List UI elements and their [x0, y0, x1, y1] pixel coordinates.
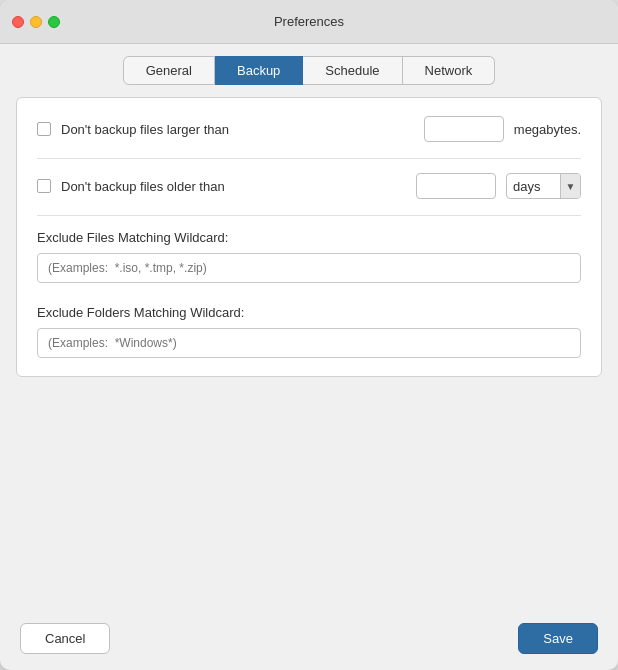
tab-schedule[interactable]: Schedule	[303, 56, 402, 85]
dropdown-arrow-icon: ▼	[560, 174, 580, 198]
content-area: Don't backup files larger than megabytes…	[0, 97, 618, 607]
backup-panel: Don't backup files larger than megabytes…	[16, 97, 602, 377]
spacer-1	[37, 283, 581, 301]
tab-network[interactable]: Network	[403, 56, 496, 85]
max-file-age-row: Don't backup files older than days weeks…	[37, 173, 581, 199]
close-button[interactable]	[12, 16, 24, 28]
exclude-folders-label: Exclude Folders Matching Wildcard:	[37, 305, 581, 320]
divider-1	[37, 158, 581, 159]
divider-2	[37, 215, 581, 216]
maximize-button[interactable]	[48, 16, 60, 28]
exclude-folders-section: Exclude Folders Matching Wildcard:	[37, 305, 581, 358]
window-title: Preferences	[274, 14, 344, 29]
max-file-age-checkbox[interactable]	[37, 179, 51, 193]
save-button[interactable]: Save	[518, 623, 598, 654]
megabytes-label: megabytes.	[514, 122, 581, 137]
exclude-files-section: Exclude Files Matching Wildcard:	[37, 230, 581, 283]
exclude-folders-input[interactable]	[37, 328, 581, 358]
cancel-button[interactable]: Cancel	[20, 623, 110, 654]
max-file-age-input[interactable]	[416, 173, 496, 199]
tab-bar: General Backup Schedule Network	[0, 44, 618, 97]
minimize-button[interactable]	[30, 16, 42, 28]
max-file-size-checkbox[interactable]	[37, 122, 51, 136]
max-file-age-label: Don't backup files older than	[61, 179, 406, 194]
max-file-size-label: Don't backup files larger than	[61, 122, 414, 137]
traffic-lights	[12, 16, 60, 28]
max-file-size-input[interactable]	[424, 116, 504, 142]
exclude-files-label: Exclude Files Matching Wildcard:	[37, 230, 581, 245]
preferences-window: Preferences General Backup Schedule Netw…	[0, 0, 618, 670]
exclude-files-input[interactable]	[37, 253, 581, 283]
tab-backup[interactable]: Backup	[215, 56, 303, 85]
max-file-size-row: Don't backup files larger than megabytes…	[37, 116, 581, 142]
age-unit-dropdown[interactable]: days weeks months	[507, 179, 560, 194]
tab-general[interactable]: General	[123, 56, 215, 85]
footer: Cancel Save	[0, 607, 618, 670]
titlebar: Preferences	[0, 0, 618, 44]
age-unit-dropdown-wrapper: days weeks months ▼	[506, 173, 581, 199]
